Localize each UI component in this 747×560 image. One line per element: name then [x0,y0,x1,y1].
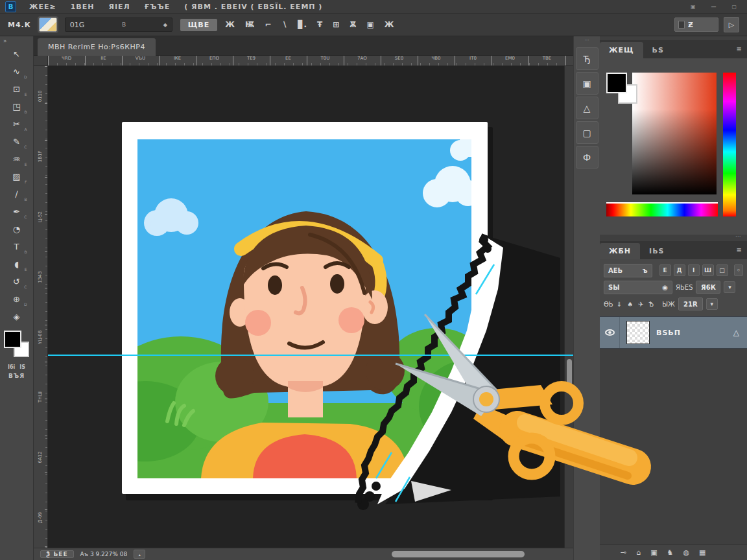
status-left-box[interactable]: Ѯ ЬЕЕ [40,550,74,558]
opacity-menu-button[interactable]: ▾ [724,281,735,293]
panel-strip-button[interactable]: Ђ [576,47,599,70]
tool-preset-thumbnail[interactable] [39,18,57,32]
tab-layers[interactable]: ЖБН [600,243,640,259]
tool-button[interactable]: ∿ D [3,63,30,80]
layer-filter-icon[interactable]: Е [659,264,671,276]
ruler-top-label: ТЕ9 [233,56,270,62]
tool-button[interactable]: ↖ [3,45,30,63]
panel-strip-button[interactable]: Ф [576,146,599,169]
panel-strip-button[interactable]: △ [576,97,599,119]
menu-item[interactable]: ЯІЕЛ [108,3,130,11]
tool-button[interactable]: ◈ [3,308,30,325]
active-tool-icon[interactable]: М4.К [8,21,31,29]
lock-icon[interactable]: ♠ [627,301,633,308]
window-control-icon[interactable]: — [711,4,716,10]
tool-button[interactable]: ▨ F [3,168,30,185]
tool-button[interactable]: ⊡ E [3,80,30,98]
options-icon[interactable]: ⊞ [333,20,339,29]
ruler-vertical[interactable]: 01101В1FЦ-521З4ЗҮЦ-08ТНШ6А12Д-09 [34,66,48,548]
panel-foreground-swatch[interactable] [606,73,627,93]
panel-strip-button[interactable]: ▢ [576,121,599,144]
options-right-button[interactable]: ▷ [724,17,739,32]
layers-bottom-icon[interactable]: ◍ [683,548,689,557]
vertical-scrollbar[interactable] [564,66,573,548]
options-icon[interactable]: Ѭ [245,20,255,29]
layers-bottom-icon[interactable]: ▣ [650,548,657,557]
preset-dropdown[interactable]: 01G В ◆ [65,18,172,32]
panel-strip-button[interactable]: ▣ [576,72,599,95]
lock-icon[interactable]: ⇓ [617,301,622,308]
document-tab[interactable]: МВН RerІmЕ Но:Рѕ6КНР4 [38,38,156,56]
window-control-icon[interactable]: ▢ [731,4,737,10]
tool-button[interactable]: ⊕ D [3,290,30,308]
color-ramp[interactable] [606,202,718,216]
options-icon[interactable]: ▊. [298,20,307,29]
options-icon[interactable]: Ѫ [350,20,356,29]
layer-filter-icon[interactable]: □ [717,264,728,276]
tool-button[interactable]: ✂ A [3,115,30,133]
tool-button[interactable]: Т B [3,238,30,255]
tool-button[interactable]: ↺ C [3,273,30,290]
fill-value[interactable]: 21R [678,298,703,310]
menu-item[interactable]: ( ЯВМ . ЕВЕІV ( ЕВЅЇL. ЕЕМП ) [184,3,322,11]
layers-bottom-icon[interactable]: ♞ [667,548,674,557]
canvas-area[interactable] [48,66,573,548]
options-icon[interactable]: ▣ [366,20,374,29]
toolbar-mini-buttons: ІбіІЅ [0,364,33,370]
menu-item[interactable]: 1ВЕН [71,3,95,11]
layer-filter-toggle[interactable]: ◦ [734,264,743,276]
tool-button[interactable]: ◳ B [3,98,30,115]
layer-thumbnail[interactable] [626,321,650,344]
menu-item[interactable]: ЖЕЕ≥ [29,3,56,11]
layers-bottom-icon[interactable]: ⌂ [636,548,641,557]
vertical-scrollbar-thumb[interactable] [567,359,572,390]
tool-button[interactable]: ◔ [3,220,30,238]
horizontal-scrollbar[interactable] [152,550,571,558]
tool-button[interactable]: ✎ C [3,133,30,150]
menu-item[interactable]: ҒЪЪЕ [145,3,171,11]
options-icon[interactable]: Ж [385,20,394,29]
tab-channels[interactable]: ІЬЅ [640,243,673,259]
tool-button[interactable]: ∕ B [3,185,30,203]
hue-slider[interactable] [723,73,736,216]
status-dropdown-button[interactable]: ▴ [134,550,145,559]
layers-bottom-icon[interactable]: ⊸ [621,548,626,557]
blend-mode-dropdown[interactable]: ЅЫ ◉ [604,281,672,294]
toolbar-mini-button[interactable]: Ібі [8,364,15,370]
opacity-value[interactable]: Я6К [696,281,720,294]
options-icon[interactable]: ∖ [282,20,287,29]
window-control-icon[interactable]: ▣ [691,4,696,10]
foreground-color-swatch[interactable] [4,331,21,348]
horizontal-scrollbar-thumb[interactable] [392,551,525,557]
options-icon[interactable]: Ŧ [317,20,322,29]
fill-menu-button[interactable]: ▾ [706,298,718,310]
options-icon[interactable]: Ж [225,20,235,29]
photo-frame [122,122,493,500]
tab-color[interactable]: ЖЕЩ [600,42,643,58]
layer-filter-dropdown[interactable]: АЕЬ ъ [604,264,652,277]
toolbar-bottom-label[interactable]: ВЪЯ [0,373,33,379]
layer-filter-icon[interactable]: Ш [702,264,714,276]
toolbar-collapse-icon[interactable]: » [0,36,33,45]
options-icon[interactable]: ⌐ [265,20,272,29]
tool-button[interactable]: ◖ E [3,255,30,273]
layer-row-selected[interactable]: ВЅЬП △ [600,316,747,349]
layer-filter-icon[interactable]: І [688,264,700,276]
ruler-horizontal[interactable]: ЧRDІІЕѴЬUІКЕЕПОТЕ9ЕЕТ0U7АОЅЕ0ЧВ0ІТ0ЕМ0ТВ… [48,56,573,66]
lock-icon[interactable]: ✈ [638,301,643,308]
tool-button[interactable]: ✒ C [3,203,30,220]
saturation-brightness-field[interactable] [632,73,717,194]
layer-filter-icon[interactable]: Д [674,264,685,276]
options-right-field[interactable]: Ƶ [674,18,718,32]
options-active-button[interactable]: ЩВЕ [180,19,217,31]
lock-icon[interactable]: Ѣ [648,301,654,308]
layers-bottom-icon[interactable]: ▦ [699,548,706,557]
strip-collapse-icon[interactable]: ⋯ [574,36,600,45]
layer-visibility-cell[interactable] [600,317,620,348]
tool-button[interactable]: ♒ E [3,150,30,168]
panel-collapse-dots[interactable]: ⋯ [735,233,741,239]
layers-panel-menu-icon[interactable]: ≣ [737,246,742,253]
color-panel-menu-icon[interactable]: ≣ [737,45,742,52]
toolbar-mini-button[interactable]: ІЅ [19,364,25,370]
tab-swatches[interactable]: ЬЅ [643,42,673,58]
